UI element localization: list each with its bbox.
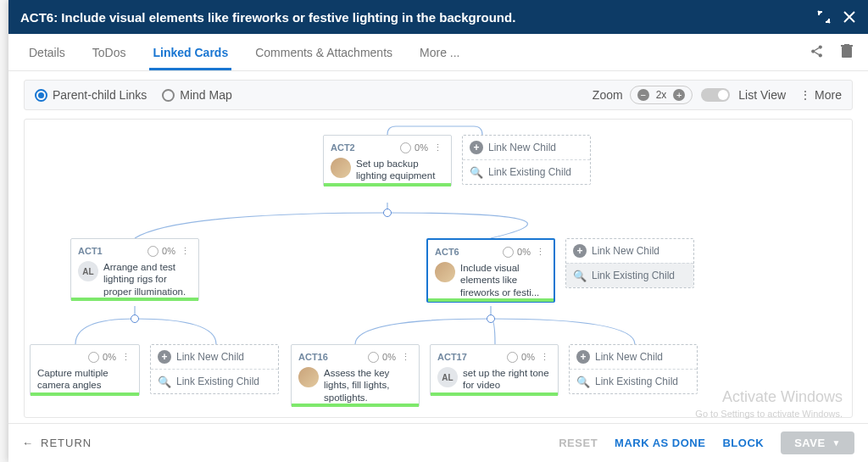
search-icon: 🔍 [158, 375, 171, 388]
block-button[interactable]: BLOCK [722, 437, 764, 449]
mark-done-button[interactable]: MARK AS DONE [615, 437, 705, 449]
card-id: ACT16 [298, 352, 368, 362]
card-capture-angles[interactable]: 0% ⋮ Capture multiple camera angles [30, 344, 140, 396]
radio-mind-map[interactable]: Mind Map [162, 88, 231, 102]
kebab-icon[interactable]: ⋮ [799, 88, 811, 102]
tab-linked-cards[interactable]: Linked Cards [139, 34, 242, 70]
card-id: ACT2 [331, 142, 400, 153]
radio-mind-map-label: Mind Map [180, 88, 231, 102]
linkbox-root: + Link New Child 🔍 Link Existing Child [462, 135, 591, 185]
link-new-child[interactable]: + Link New Child [566, 239, 693, 263]
plus-circle-icon: + [158, 350, 171, 364]
card-id: ACT1 [78, 246, 147, 256]
link-existing-child[interactable]: 🔍 Link Existing Child [570, 369, 697, 393]
card-kebab-icon[interactable]: ⋮ [431, 142, 444, 153]
link-new-child-label: Link New Child [592, 245, 659, 257]
svg-rect-3 [842, 47, 852, 58]
progress-ring-icon [147, 246, 159, 257]
link-new-child[interactable]: + Link New Child [570, 345, 697, 369]
link-existing-child[interactable]: 🔍 Link Existing Child [151, 369, 278, 393]
tab-details[interactable]: Details [15, 34, 79, 70]
progress-ring-icon [503, 247, 514, 258]
tree-canvas[interactable]: ACT2 0% ⋮ Set up backup lighting equipme… [24, 119, 853, 418]
link-existing-child-label: Link Existing Child [488, 166, 571, 178]
arrow-left-icon: ← [22, 437, 34, 449]
link-new-child[interactable]: + Link New Child [463, 136, 590, 159]
tabs-bar: Details ToDos Linked Cards Comments & At… [8, 34, 868, 71]
tab-comments[interactable]: Comments & Attachments [242, 34, 406, 70]
link-new-child[interactable]: + Link New Child [151, 345, 278, 369]
save-button[interactable]: SAVE ▼ [781, 431, 854, 454]
card-kebab-icon[interactable]: ⋮ [534, 247, 547, 258]
avatar [435, 262, 455, 282]
reset-button[interactable]: RESET [559, 437, 598, 449]
avatar: AL [437, 367, 458, 387]
return-button[interactable]: ← RETURN [22, 437, 92, 449]
progress-ring-icon [88, 352, 99, 363]
card-title: Set up backup lighting equipment [356, 158, 444, 182]
svg-point-0 [819, 45, 822, 48]
svg-point-1 [811, 49, 815, 53]
svg-rect-5 [844, 44, 849, 46]
tab-todos[interactable]: ToDos [79, 34, 140, 70]
linkbox-r: + Link New Child 🔍 Link Existing Child [569, 344, 698, 394]
zoom-value: 2x [656, 89, 667, 101]
avatar [298, 367, 319, 387]
card-percent: 0% [517, 247, 531, 257]
tab-more[interactable]: More ... [406, 34, 473, 70]
save-label: SAVE [794, 437, 825, 449]
radio-dot-icon [35, 89, 47, 102]
link-existing-child[interactable]: 🔍 Link Existing Child [566, 263, 693, 287]
svg-point-2 [819, 53, 822, 57]
card-title: Include visual elements like fireworks o… [460, 262, 547, 298]
card-kebab-icon[interactable]: ⋮ [120, 352, 132, 363]
card-title: Arrange and test lighting rigs for prope… [103, 261, 192, 297]
card-percent: 0% [103, 352, 116, 362]
card-kebab-icon[interactable]: ⋮ [538, 352, 551, 363]
card-act1[interactable]: ACT1 0% ⋮ AL Arrange and test lighting r… [70, 238, 199, 301]
card-title: Assess the key lights, fill lights, spot… [324, 367, 412, 403]
share-icon[interactable] [810, 44, 824, 61]
zoom-control: − 2x + [630, 86, 693, 104]
radio-parent-child[interactable]: Parent-child Links [35, 88, 147, 102]
plus-circle-icon: + [573, 244, 587, 258]
progress-ring-icon [368, 352, 379, 363]
radio-dot-icon [162, 89, 175, 102]
plus-circle-icon: + [470, 141, 483, 154]
card-title: Capture multiple camera angles [37, 367, 132, 392]
link-new-child-label: Link New Child [488, 142, 556, 153]
card-kebab-icon[interactable]: ⋮ [179, 246, 192, 257]
trash-icon[interactable] [841, 44, 853, 61]
footer-bar: ← RETURN RESET MARK AS DONE BLOCK SAVE ▼ [8, 423, 868, 462]
link-new-child-label: Link New Child [595, 351, 663, 363]
more-label[interactable]: More [815, 88, 842, 102]
search-icon: 🔍 [573, 269, 587, 282]
card-act2[interactable]: ACT2 0% ⋮ Set up backup lighting equipme… [323, 135, 452, 186]
card-act17[interactable]: ACT17 0% ⋮ AL set up the right tone for … [430, 344, 559, 396]
card-title: set up the right tone for video [463, 367, 551, 392]
card-percent: 0% [415, 142, 428, 153]
progress-ring-icon [400, 142, 411, 153]
card-percent: 0% [162, 246, 175, 256]
list-view-toggle[interactable] [701, 88, 730, 102]
expand-icon[interactable] [817, 10, 831, 24]
progress-ring-icon [507, 352, 518, 363]
link-existing-child[interactable]: 🔍 Link Existing Child [463, 159, 590, 184]
card-kebab-icon[interactable]: ⋮ [399, 352, 412, 363]
linkbox-act6: + Link New Child 🔍 Link Existing Child [565, 238, 694, 288]
zoom-in-button[interactable]: + [673, 89, 685, 101]
caret-down-icon: ▼ [832, 438, 841, 448]
avatar: AL [78, 261, 98, 281]
avatar [331, 158, 351, 178]
zoom-out-button[interactable]: − [637, 89, 649, 101]
card-act6[interactable]: ACT6 0% ⋮ Include visual elements like f… [426, 238, 555, 303]
card-act16[interactable]: ACT16 0% ⋮ Assess the key lights, fill l… [291, 344, 420, 407]
list-view-label[interactable]: List View [738, 88, 786, 102]
card-id: ACT17 [437, 352, 507, 362]
link-existing-child-label: Link Existing Child [595, 376, 678, 387]
close-icon[interactable] [843, 10, 856, 24]
tree-junction-icon [383, 209, 392, 217]
view-controls: Parent-child Links Mind Map Zoom − 2x + … [24, 80, 853, 110]
zoom-label: Zoom [593, 88, 623, 102]
modal-title: ACT6: Include visual elements like firew… [20, 10, 515, 25]
